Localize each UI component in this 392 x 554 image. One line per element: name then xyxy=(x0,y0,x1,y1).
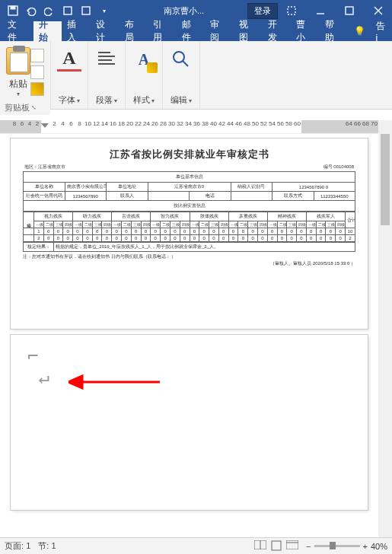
styles-icon: A xyxy=(132,47,156,72)
footer-note: 注：您对本通知书有异议，请在收到通知书 日内与我们联系（联系电话： ） xyxy=(23,253,355,260)
tab-邮件[interactable]: 邮件 xyxy=(177,21,206,41)
document-page-1[interactable]: 江苏省按比例安排就业年审核定书 地区：江苏省南京市 编号 00104008 单位… xyxy=(11,138,368,329)
tab-开发[interactable]: 开发 xyxy=(263,21,292,41)
page-indicator[interactable]: 页面: 1 xyxy=(5,540,30,552)
svg-rect-4 xyxy=(288,7,295,14)
svg-line-14 xyxy=(183,61,188,66)
svg-rect-3 xyxy=(82,7,90,14)
section-disabled: 按比例安置信息 xyxy=(24,201,355,212)
region-value: 江苏省南京市 xyxy=(38,164,65,169)
document-page-2[interactable]: ⌐ ↵ xyxy=(11,335,368,510)
quick-access-toolbar: ▾ xyxy=(0,2,113,19)
styles-group[interactable]: A 样式 xyxy=(126,41,163,109)
qat-item[interactable] xyxy=(59,2,76,19)
annotation-arrow xyxy=(69,373,160,393)
tell-me[interactable]: 告i xyxy=(371,21,392,41)
ribbon-tabs: 文件开始插入设计布局引用邮件审阅视图开发曹小帮助💡告i xyxy=(0,21,392,41)
opinion-label: 核定结果： xyxy=(24,243,54,252)
text-cursor: ⌐ ↵ xyxy=(27,345,49,388)
zoom-out-button[interactable]: − xyxy=(306,542,311,551)
paragraph-icon xyxy=(94,47,119,72)
tab-帮助[interactable]: 帮助 xyxy=(320,21,349,41)
web-layout-button[interactable] xyxy=(286,540,298,552)
status-bar: 页面: 1 节: 1 − + 40% xyxy=(0,537,392,554)
font-icon: A xyxy=(57,47,81,72)
minimize-button[interactable] xyxy=(307,0,334,21)
section-indicator[interactable]: 节: 1 xyxy=(38,540,56,552)
tab-视图[interactable]: 视图 xyxy=(234,21,263,41)
paragraph-group-label: 段落 xyxy=(96,94,117,106)
format-painter-button[interactable] xyxy=(30,82,44,96)
editing-group-label: 编辑 xyxy=(171,94,192,106)
maximize-button[interactable] xyxy=(336,0,363,21)
tab-设计[interactable]: 设计 xyxy=(91,21,120,41)
qat-item[interactable] xyxy=(78,2,94,19)
footer-right: （审核人、审核人员 2020/5/18 15:33:0 ） xyxy=(23,260,355,267)
print-layout-button[interactable] xyxy=(271,540,282,552)
serial-label: 编号 xyxy=(323,164,333,169)
qat-dropdown[interactable]: ▾ xyxy=(96,2,113,19)
zoom-in-button[interactable]: + xyxy=(363,542,368,551)
copy-button[interactable] xyxy=(30,65,44,79)
svg-rect-6 xyxy=(346,7,353,14)
tab-布局[interactable]: 布局 xyxy=(120,21,148,41)
paste-label: 粘贴 xyxy=(9,78,27,91)
region-label: 地区： xyxy=(24,164,38,169)
close-button[interactable] xyxy=(365,0,392,21)
font-group-label: 字体 xyxy=(59,94,80,106)
tab-文件[interactable]: 文件 xyxy=(0,21,33,41)
opinion-text: 根据的规定，贵单位_2019_年应按残疾人_1_人，用于按比例就业保障金_2_人… xyxy=(54,243,355,252)
scrollbar-thumb[interactable] xyxy=(381,134,390,225)
document-area[interactable]: 8642246810121416182022242628303234363840… xyxy=(0,120,378,537)
vertical-scrollbar[interactable] xyxy=(378,120,392,537)
svg-rect-19 xyxy=(286,540,298,549)
paste-button[interactable]: 粘贴 ▾ xyxy=(6,44,30,97)
read-mode-button[interactable] xyxy=(254,540,266,552)
svg-rect-18 xyxy=(272,541,281,550)
cut-button[interactable] xyxy=(30,49,44,62)
svg-rect-1 xyxy=(11,6,15,9)
paragraph-group[interactable]: 段落 xyxy=(88,41,126,109)
find-icon xyxy=(169,47,193,72)
serial-value: 00104008 xyxy=(333,164,354,169)
styles-group-label: 样式 xyxy=(133,94,155,106)
save-button[interactable] xyxy=(5,2,21,19)
zoom-slider[interactable] xyxy=(314,545,360,547)
font-group[interactable]: A 字体 xyxy=(51,41,88,109)
tab-引用[interactable]: 引用 xyxy=(148,21,177,41)
zoom-control: − + 40% xyxy=(306,542,387,551)
tab-插入[interactable]: 插入 xyxy=(62,21,91,41)
ribbon: 粘贴 ▾ 剪贴板⤡ A 字体 段落 A 样式 编辑 xyxy=(0,41,392,110)
zoom-value[interactable]: 40% xyxy=(371,542,387,551)
section-basic: 单位基本信息 xyxy=(24,172,355,183)
document-title: 南京曹小... xyxy=(113,5,247,17)
clipboard-tools xyxy=(30,46,44,96)
clipboard-group-label[interactable]: 剪贴板⤡ xyxy=(0,100,50,115)
redo-button[interactable] xyxy=(41,2,58,19)
horizontal-ruler: 8642246810121416182022242628303234363840… xyxy=(0,120,378,134)
tab-审阅[interactable]: 审阅 xyxy=(205,21,234,41)
tell-me-button[interactable]: 💡 xyxy=(349,21,371,41)
tab-开始[interactable]: 开始 xyxy=(33,21,62,41)
svg-rect-2 xyxy=(64,7,72,14)
tab-曹小[interactable]: 曹小 xyxy=(291,21,320,41)
view-buttons xyxy=(254,540,298,552)
doc-title: 江苏省按比例安排就业年审核定书 xyxy=(23,148,355,161)
login-button[interactable]: 登录 xyxy=(247,3,278,19)
undo-button[interactable] xyxy=(23,2,40,19)
svg-point-13 xyxy=(174,52,184,62)
editing-group[interactable]: 编辑 xyxy=(163,41,200,109)
ribbon-options-button[interactable] xyxy=(278,0,305,21)
